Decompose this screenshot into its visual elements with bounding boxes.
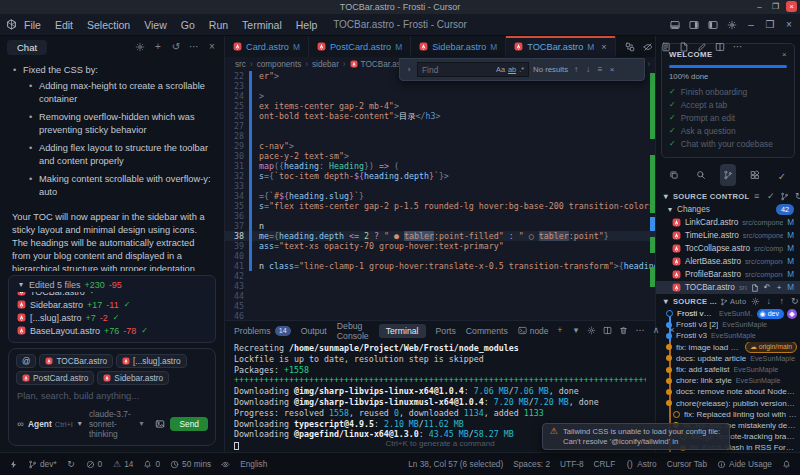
commit-row[interactable]: Frosti v3EveSunMaple (656, 330, 800, 341)
minimize-icon[interactable]: – (746, 20, 756, 30)
find-input[interactable]: Find Aa ab .* (417, 62, 529, 77)
commit-row[interactable]: fix: Replaced linting tool with a... (656, 409, 800, 420)
breadcrumb-item[interactable]: components (257, 60, 302, 69)
chat-input[interactable]: Plan, search, build anything... (16, 388, 208, 406)
welcome-checklist-item[interactable]: ✓Chat with your codebase (669, 137, 787, 150)
panel-tab-ports[interactable]: Ports (436, 326, 456, 336)
menu-go[interactable]: Go (174, 17, 202, 33)
status-item-aide-usage[interactable]: Aide Usage (717, 459, 772, 469)
code-line[interactable]: 41n class="line-clamp-1 group-hover:tran… (225, 261, 655, 271)
code-line[interactable]: 35s="flex items-center gap-2 p-1.5 round… (225, 201, 655, 211)
panel-tab-problems[interactable]: Problems14 (234, 326, 291, 336)
gear-icon[interactable] (751, 297, 760, 306)
notification-toast[interactable]: ⚠ Tailwind CSS is unable to load your co… (542, 423, 730, 450)
status-item-encoding[interactable]: UTF-8 (560, 459, 584, 469)
status-item-privacy-mode[interactable] (221, 460, 230, 469)
send-button[interactable]: Send (170, 417, 208, 431)
code-line[interactable]: 44 (225, 291, 655, 301)
commit-row[interactable]: docs: remove note about Node.js... (656, 386, 800, 397)
welcome-close-icon[interactable]: × (782, 50, 787, 59)
more-icon[interactable]: ⋯ (189, 42, 199, 52)
status-item-display-language[interactable]: English (240, 459, 267, 469)
code-line[interactable]: 33 (225, 181, 655, 191)
context-chip[interactable]: TOCBar.astro (39, 354, 113, 368)
split-icon[interactable] (603, 326, 612, 335)
scm-file-row[interactable]: TocCollapse.astrosrc/compo...M (656, 242, 800, 255)
status-item-sync-status[interactable]: ↻ (67, 460, 76, 469)
graph-auto-select[interactable]: Auto (720, 297, 746, 306)
find-close-icon[interactable]: × (608, 66, 616, 74)
status-item-cursor-tab[interactable]: Cursor Tab (667, 459, 707, 469)
editor-tab-sidebar-astro[interactable]: Sidebar.astroM (411, 36, 506, 57)
scm-graph-header[interactable]: ▾ SOURCE ... Auto ↓↑↻ (656, 294, 800, 308)
commit-row[interactable]: chore: link styleEveSunMaple (656, 375, 800, 386)
chat-tab[interactable]: Chat (7, 40, 47, 55)
code-line[interactable]: 26ont-bold text-base-content">目录</h3> (225, 111, 655, 121)
welcome-checklist-item[interactable]: ✓Accept a tab (669, 98, 787, 111)
editor-tab-postcard-astro[interactable]: PostCard.astroM (309, 36, 411, 57)
code-line[interactable]: 29c-nav"> (225, 141, 655, 151)
status-item-remote-indicator[interactable] (9, 460, 18, 469)
view-switcher-copy[interactable] (666, 164, 682, 186)
gear-icon[interactable] (135, 42, 145, 52)
scm-file-row[interactable]: LinkCard.astrosrc/componen...M (656, 216, 800, 229)
regex-toggle[interactable]: .* (519, 65, 524, 74)
panel-bottom-icon[interactable] (670, 20, 680, 30)
status-item-notification-count[interactable]: 0 (143, 459, 160, 469)
view-switcher-branch[interactable] (720, 164, 736, 186)
tab-close-icon[interactable]: × (601, 42, 606, 52)
panel-tab-output[interactable]: Output (301, 326, 327, 336)
panel-tab-comments[interactable]: Comments (466, 326, 508, 336)
scm-header[interactable]: ▾ SOURCE CONTROL ≡✓↻⋯ (656, 189, 800, 203)
breadcrumb-item[interactable]: sidebar (312, 60, 339, 69)
scm-changes-row[interactable]: ▾ Changes 42 (656, 203, 800, 216)
eye-off-icon[interactable] (643, 42, 653, 52)
scm-file-row[interactable]: TOCBar.astrosrc/...↶+M (656, 281, 800, 294)
discard-icon[interactable]: ↶ (763, 284, 771, 292)
code-line[interactable]: 25ex items-center gap-2 mb-4"> (225, 101, 655, 111)
chat-message-area[interactable]: Fixed the CSS by:Adding max-height to cr… (0, 58, 224, 271)
find-next-icon[interactable]: ↓ (584, 66, 592, 74)
welcome-checklist-item[interactable]: ✓Ask a question (669, 124, 787, 137)
refresh-icon[interactable]: ↻ (794, 192, 800, 201)
attach-image-icon[interactable] (155, 419, 165, 429)
chev-down-icon[interactable]: ▾ (571, 326, 580, 335)
code-line[interactable]: 27 (225, 121, 655, 131)
add-context-chip[interactable]: @ (16, 354, 36, 368)
plus-icon[interactable]: + (775, 284, 783, 292)
code-editor[interactable]: 22er">2324>25ex items-center gap-2 mb-4"… (225, 71, 655, 320)
shell-chip[interactable]: node (518, 326, 549, 336)
commit-row[interactable]: fix: add safelistEveSunMaple (656, 364, 800, 375)
plus-icon[interactable]: + (153, 42, 163, 52)
code-line[interactable]: 28 (225, 131, 655, 141)
code-line[interactable]: 43 (225, 281, 655, 291)
split-icon[interactable] (715, 42, 725, 52)
trash-icon[interactable] (619, 326, 628, 335)
status-item-eol-sequence[interactable]: CRLF (594, 459, 616, 469)
code-line[interactable]: 30pace-y-2 text-sm"> (225, 151, 655, 161)
arrow-up-icon[interactable]: ↑ (777, 297, 786, 306)
view-switcher-extensions[interactable] (747, 164, 763, 186)
edited-files-header[interactable]: ▾ Edited 5 files +230 -95 (9, 276, 215, 292)
code-line[interactable]: 37n (225, 221, 655, 231)
status-item-usage-timer[interactable]: 50 mins (170, 459, 211, 469)
scm-file-row[interactable]: AlertBase.astrosrc/compone...M (656, 255, 800, 268)
gear-icon[interactable] (587, 326, 596, 335)
welcome-checklist-item[interactable]: ✓Finish onboarding (669, 85, 787, 98)
panel-left-icon[interactable] (708, 20, 718, 30)
status-item-branch-status[interactable]: dev* (28, 459, 57, 469)
status-item-notifications-bell[interactable] (782, 460, 791, 469)
code-line[interactable]: 24> (225, 91, 655, 101)
code-line[interactable]: 34={`#${heading.slug}`} (225, 191, 655, 201)
notebook-icon[interactable] (661, 42, 671, 52)
match-case-toggle[interactable]: Aa (496, 65, 505, 74)
overview-ruler[interactable] (649, 71, 655, 320)
code-line[interactable]: 38me={heading.depth <= 2 ? " ● tabler:po… (225, 231, 655, 241)
restore-button[interactable]: ❐ (770, 1, 781, 12)
more-icon[interactable]: ⋯ (635, 326, 644, 335)
edited-file-row[interactable]: Sidebar.astro+17-11✓ (17, 298, 207, 311)
branch-icon[interactable] (780, 192, 789, 201)
status-item-cursor-position[interactable]: Ln 38, Col 57 (6 selected) (408, 459, 503, 469)
find-in-selection-icon[interactable]: ≡ (596, 66, 604, 74)
code-line[interactable]: 23 (225, 81, 655, 91)
